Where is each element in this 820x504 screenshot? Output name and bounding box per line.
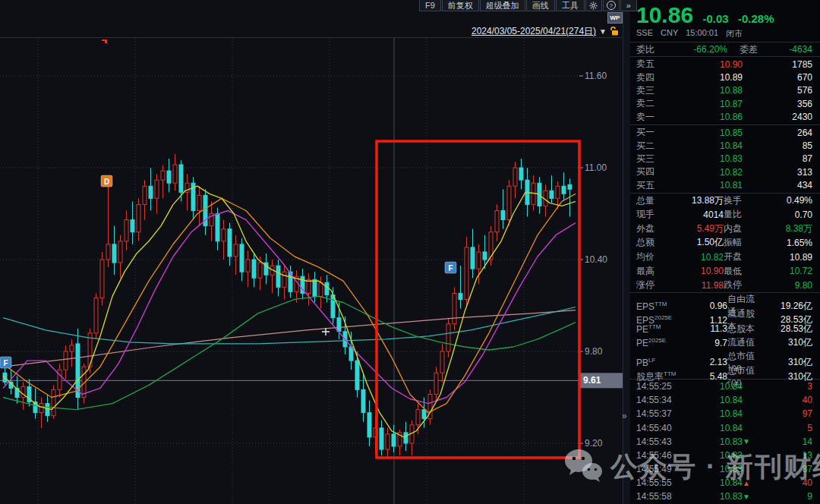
candle-body	[440, 351, 444, 373]
price-change-pct: -0.28%	[738, 12, 774, 25]
bid-row[interactable]: 买二10.8485	[630, 139, 820, 152]
candle-body	[337, 318, 341, 332]
candle-body	[319, 282, 323, 296]
tick-row: 14:55:4610.8313	[630, 449, 820, 462]
stat-label: 内盘	[724, 222, 762, 235]
financial-value: 0.96	[686, 301, 727, 311]
ask-label: 卖五	[636, 58, 679, 71]
bid-volume: 434	[743, 180, 812, 191]
tick-time: 14:55:46	[636, 450, 685, 461]
marker-badge-label: D	[104, 178, 109, 186]
stat-value: 10.72	[762, 266, 812, 276]
ask-volume: 670	[743, 72, 812, 83]
tick-row: 14:55:4910.8387	[630, 462, 820, 476]
kline-chart[interactable]: 11.6011.0010.409.809.209.61DFF	[0, 38, 623, 504]
financial-value: 28.53亿	[755, 323, 812, 335]
stat-label: 外盘	[636, 222, 673, 235]
help-icon[interactable]: ?	[603, 0, 620, 11]
weibi-row: 委比 -66.20% 委差 -4634	[630, 43, 820, 57]
tick-row: 14:55:5810.83▼9	[630, 490, 820, 503]
date-range-selector[interactable]: 2024/03/05-2025/04/21(274日)	[472, 25, 596, 38]
candle-body	[167, 171, 171, 183]
stat-value: 8.38万	[762, 222, 812, 235]
financial-row: EPSTTM0.96自由流通19.26亿	[630, 293, 820, 307]
wp-badge[interactable]: WP	[607, 12, 623, 24]
ask-row[interactable]: 卖五10.901785	[630, 58, 820, 71]
candle-body	[568, 184, 572, 189]
candle-body	[216, 214, 219, 241]
ask-row[interactable]: 卖四10.89670	[630, 71, 820, 83]
bid-volume: 85	[743, 140, 812, 151]
candle-body	[355, 361, 359, 389]
candle-body	[70, 345, 74, 351]
bid-price: 10.84	[679, 140, 743, 151]
candle-body	[434, 373, 438, 394]
tick-row: 14:55:4310.83▼14	[630, 435, 820, 449]
y-axis-label: 9.20	[585, 438, 603, 449]
unlock-icon[interactable]	[610, 26, 620, 36]
financial-value: 9.7	[686, 338, 727, 348]
financial-row: PBLF2.13总市值1(¥)310亿	[630, 350, 820, 364]
candle-body	[422, 410, 426, 419]
tick-time: 14:55:40	[636, 423, 685, 433]
tick-volume: 40	[753, 477, 812, 488]
bid-row[interactable]: 买四10.82313	[630, 165, 820, 178]
ask-row[interactable]: 卖三10.88576	[630, 84, 820, 97]
bid-label: 买三	[636, 153, 679, 165]
stat-value: 1.50亿	[673, 236, 724, 249]
candle-body	[276, 266, 280, 287]
exchange-label: SSE	[636, 28, 653, 39]
candle-body	[149, 186, 153, 198]
tick-time: 14:55:49	[636, 464, 685, 474]
last-price: 10.86	[636, 3, 693, 27]
candle-body	[240, 244, 244, 272]
bid-label: 买四	[636, 165, 679, 178]
bid-row[interactable]: 买一10.85264	[630, 126, 820, 139]
stat-row: 现手4014量比0.70	[630, 208, 820, 222]
toolbar-item-f9[interactable]: F9	[419, 0, 441, 11]
stat-label: 跌停	[724, 279, 762, 291]
bid-row[interactable]: 买五10.81434	[630, 179, 820, 192]
financial-value: 11.3	[686, 323, 727, 334]
candle-body	[459, 293, 462, 299]
marker-badge-label: F	[448, 264, 453, 272]
bid-row[interactable]: 买三10.8387	[630, 153, 820, 165]
candle-body	[501, 210, 505, 219]
panel-expand-chevron[interactable]: »	[622, 411, 627, 421]
financial-label: PE2025E	[636, 337, 686, 348]
stat-row: 总量13.88万换手0.49%	[630, 194, 820, 208]
toolbar-item-工具[interactable]: 工具	[556, 0, 585, 11]
candle-body	[282, 272, 286, 287]
ask-label: 卖三	[636, 84, 679, 97]
candle-body	[380, 428, 383, 449]
stats-block: 总量13.88万换手0.49%现手4014量比0.70外盘5.49万内盘8.38…	[630, 194, 820, 293]
candle-body	[46, 404, 49, 416]
bid-price: 10.81	[679, 180, 743, 191]
toolbar-item-前复权[interactable]: 前复权	[442, 0, 479, 11]
stat-value: 0.70	[762, 209, 812, 220]
ask-label: 卖一	[636, 111, 679, 124]
ask-row[interactable]: 卖一10.862430	[630, 111, 820, 124]
chevron-down-icon[interactable]: ▼	[599, 27, 607, 36]
stat-value: 4014	[673, 209, 724, 220]
candle-body	[361, 389, 365, 412]
toolbar-item-超级叠加[interactable]: 超级叠加	[480, 0, 525, 11]
tick-volume: 13	[753, 450, 812, 461]
chart-toolbar: F9前复权超级叠加画线工具?»	[419, 0, 638, 11]
toolbar-item-画线[interactable]: 画线	[526, 0, 555, 11]
stat-value: 13.88万	[673, 194, 724, 207]
ask-row[interactable]: 卖二10.87356	[630, 97, 820, 110]
tick-row: 14:55:3710.8497	[630, 407, 820, 421]
gear-icon[interactable]	[585, 0, 602, 11]
financial-label: PBLF	[636, 357, 686, 368]
more-chevrons-icon[interactable]: »	[620, 0, 637, 11]
candle-body	[161, 171, 165, 180]
tick-price: 10.83	[685, 464, 743, 474]
candle-body	[64, 351, 68, 370]
price-block: 10.86 -0.03 -0.28% SSE CNY 15:00:01 闭市	[630, 0, 820, 43]
candle-body	[513, 168, 517, 186]
financial-row: PETTM11.3总股本28.53亿	[630, 322, 820, 336]
candle-body	[477, 252, 481, 269]
tick-row: 14:55:5510.84▲40	[630, 476, 820, 490]
tick-down-arrow-icon: ▼	[743, 493, 753, 501]
